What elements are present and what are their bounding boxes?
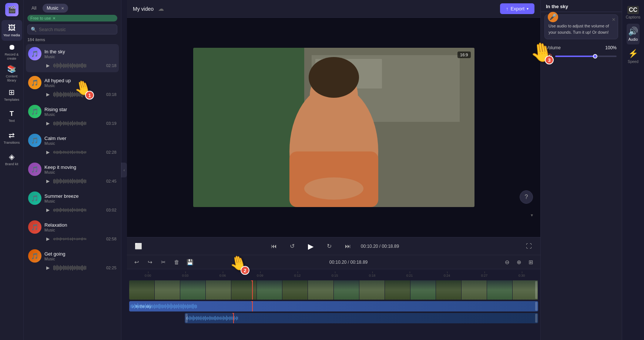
track-duration: 02:18 <box>106 63 117 68</box>
track-play-button[interactable]: ▶ <box>44 149 51 156</box>
svg-point-7 <box>309 57 359 98</box>
sidebar-item-text[interactable]: T Text <box>1 106 22 127</box>
slider-track[interactable] <box>555 56 617 57</box>
video-thumbnail <box>282 280 308 300</box>
tab-music[interactable]: Music ✕ <box>43 4 68 13</box>
track-category: Music <box>44 228 117 232</box>
track-left-handle[interactable] <box>185 314 188 323</box>
track-duration: 02:58 <box>106 237 117 241</box>
volume-slider[interactable]: 🔇 <box>546 53 617 59</box>
search-input[interactable] <box>39 27 114 32</box>
track-play-button[interactable]: ▶ <box>44 120 51 127</box>
skip-back-button[interactable]: ⏮ <box>268 241 279 252</box>
speed-nav-item[interactable]: ⚡ Speed <box>626 46 640 67</box>
sidebar-item-content-library[interactable]: 📚 Contentlibrary <box>1 63 22 84</box>
track-waveform <box>53 206 104 214</box>
current-track-title: In the sky <box>546 4 568 9</box>
music-track-item[interactable]: 🎵 Keep it moving Music ▶ 02:45 <box>26 160 119 188</box>
tooltip-avatar: 🎤 <box>548 12 558 22</box>
music-track-item[interactable]: 🎵 In the sky Music ▶ 02:18 <box>26 44 119 72</box>
music-track-item[interactable]: 🎵 Calm river Music ▶ 02:28 <box>26 131 119 159</box>
skip-forward-button[interactable]: ⏭ <box>342 241 353 252</box>
track-info: Summer breeze Music <box>44 193 117 203</box>
audio-playhead[interactable] <box>252 301 253 311</box>
track-duration: 03:02 <box>106 208 117 212</box>
ruler-mark: 0:03 <box>167 274 204 277</box>
sidebar-item-templates[interactable]: ⊞ Templates <box>1 84 22 105</box>
ruler-mark: 0:15 <box>316 274 353 277</box>
timeline: ↩ ↪ ✂ 🗑 💾 00:10.20 / 00:18.89 ⊖ ⊕ ⊞ 0:00… <box>127 255 540 340</box>
track-play-button[interactable]: ▶ <box>44 178 51 184</box>
panel-collapse-arrow[interactable]: ‹ <box>121 163 127 177</box>
sidebar-item-label: Templates <box>4 98 19 102</box>
record-icon: ⏺ <box>8 43 16 51</box>
video-content <box>193 48 474 207</box>
fullscreen-button[interactable]: ⛶ <box>523 241 534 252</box>
zoom-in-button[interactable]: ⊕ <box>514 257 524 267</box>
video-track[interactable] <box>129 280 538 300</box>
sidebar-item-record-create[interactable]: ⏺ Record &create <box>1 41 22 62</box>
delete-button[interactable]: 🗑 <box>171 257 182 267</box>
project-name: My video <box>133 6 154 12</box>
secondary-playhead[interactable] <box>233 313 234 323</box>
audio-track-primary[interactable]: ♪ In the sky <box>129 301 538 311</box>
track-duration: 02:45 <box>106 179 117 183</box>
right-edge-nav: CC Captions 🔊 Audio ⚡ Speed <box>622 0 644 340</box>
audio-nav-item[interactable]: 🔊 Audio <box>627 24 640 44</box>
caption-toggle-button[interactable]: ⬜ <box>133 241 144 252</box>
rewind-button[interactable]: ↺ <box>287 241 298 252</box>
track-right-handle[interactable] <box>535 302 537 311</box>
track-waveform <box>53 235 104 243</box>
sidebar-item-transitions[interactable]: ⇄ Transitions <box>1 127 22 148</box>
sidebar-item-label: Brand kit <box>5 162 19 166</box>
track-play-button[interactable]: ▶ <box>44 207 51 213</box>
cut-button[interactable]: ✂ <box>158 257 168 267</box>
tooltip-close-button[interactable]: ✕ <box>612 16 616 23</box>
audio-track-secondary[interactable] <box>185 313 538 323</box>
tab-music-close[interactable]: ✕ <box>61 6 64 10</box>
save-button[interactable]: 💾 <box>185 257 195 267</box>
slider-thumb[interactable] <box>593 54 597 59</box>
redo-button[interactable]: ↪ <box>145 257 155 267</box>
track-right-handle[interactable] <box>535 281 537 299</box>
brand-icon: ◈ <box>9 152 14 161</box>
help-button[interactable]: ? <box>520 190 533 204</box>
tab-all[interactable]: All <box>27 4 40 13</box>
slider-fill <box>555 56 595 57</box>
svg-rect-1 <box>193 48 304 207</box>
track-play-button[interactable]: ▶ <box>44 264 51 271</box>
music-search-box[interactable]: 🔍 <box>27 24 117 34</box>
track-info: Keep it moving Music <box>44 164 117 174</box>
track-waveform <box>53 149 104 156</box>
music-track-item[interactable]: 🎵 All hyped up Music ▶ 03:18 <box>26 73 119 101</box>
preview-collapse-arrow[interactable]: ▾ <box>531 213 533 218</box>
ruler-mark: 0:24 <box>428 274 466 277</box>
track-play-button[interactable]: ▶ <box>44 236 51 242</box>
export-button[interactable]: ↑ Export ▾ <box>500 3 534 14</box>
text-icon: T <box>10 110 14 118</box>
fit-timeline-button[interactable]: ⊞ <box>526 257 536 267</box>
music-track-item[interactable]: 🎵 Rising star Music ▶ 03:19 <box>26 102 119 130</box>
track-right-handle[interactable] <box>535 314 537 323</box>
aspect-ratio-badge: 16:9 <box>457 51 470 58</box>
undo-button[interactable]: ↩ <box>131 257 142 267</box>
music-track-item[interactable]: 🎵 Summer breeze Music ▶ 03:02 <box>26 189 119 217</box>
play-pause-button[interactable]: ▶ <box>305 241 316 252</box>
sidebar-item-your-media[interactable]: 🖼 Your media <box>1 20 22 41</box>
track-play-button[interactable]: ▶ <box>44 62 51 69</box>
playhead[interactable] <box>252 280 253 300</box>
music-track-item[interactable]: 🎵 Get going Music ▶ 02:25 <box>26 246 119 274</box>
ruler-mark: 0:00 <box>129 274 167 277</box>
fast-forward-button[interactable]: ↻ <box>324 241 335 252</box>
free-to-use-filter[interactable]: Free to use ✕ <box>27 15 117 21</box>
track-name: Rising star <box>44 107 117 112</box>
sidebar-item-brand-kit[interactable]: ◈ Brand kit <box>1 149 22 170</box>
volume-percentage: 100% <box>605 45 617 50</box>
track-play-button[interactable]: ▶ <box>44 91 51 98</box>
free-filter-close[interactable]: ✕ <box>53 16 56 20</box>
zoom-out-button[interactable]: ⊖ <box>502 257 512 267</box>
timeline-ruler: 0:00 0:03 0:06 0:09 0:12 0:15 0:18 0:21 … <box>127 269 540 278</box>
captions-nav-item[interactable]: CC Captions <box>624 3 642 22</box>
music-track-item[interactable]: 🎵 Relaxation Music ▶ 02:58 <box>26 217 119 246</box>
video-thumbnail <box>257 280 282 300</box>
